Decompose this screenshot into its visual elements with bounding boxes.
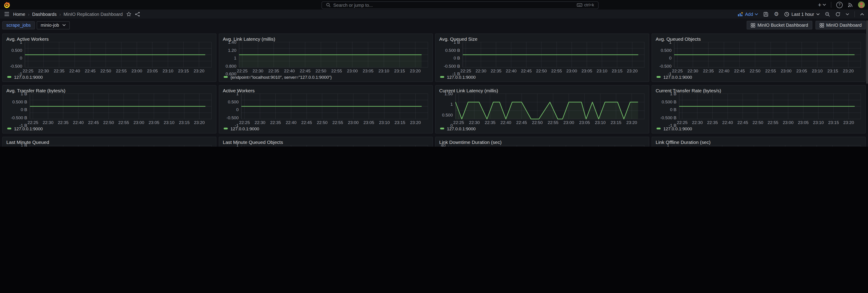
time-series-chart [679, 94, 861, 119]
panel-title[interactable]: Avg. Transfer Rate (bytes/s) [6, 88, 65, 93]
grafana-dashboard: Search or jump to... ctrl+k + ? [0, 0, 868, 146]
chart-plot[interactable]: 22:2522:3022:3522:4022:4522:5022:5523:00… [448, 145, 644, 146]
x-axis-tick: 23:15 [828, 69, 838, 73]
panel-title[interactable]: Last Minute Queued [6, 139, 49, 144]
panel-title[interactable]: Last Minute Queued Objects [223, 139, 283, 144]
grafana-logo[interactable] [3, 1, 10, 8]
panel-body: 1 B0.500 B0 B-0.500 B-1 B 22:2522:3022:3… [439, 42, 644, 74]
y-axis-tick: 1.20 [228, 48, 236, 52]
x-axis-tick: 22:40 [69, 69, 80, 73]
scrollbar[interactable] [866, 19, 868, 146]
minio-bucket-dashboard-link[interactable]: MinIO Bucket Dashboard [747, 21, 812, 29]
chart-plot[interactable]: 22:2522:3022:3522:4022:4522:5022:5523:00… [241, 145, 428, 146]
panel-title[interactable]: Avg. Queued Objects [656, 36, 701, 41]
y-axis-tick: 1 [20, 40, 22, 44]
help-icon[interactable]: ? [836, 2, 843, 8]
add-panel-button[interactable]: Add [738, 11, 758, 17]
chart-plot[interactable]: 22:2522:3022:3522:4022:4522:5022:5523:00… [456, 94, 644, 125]
x-axis-tick: 22:25 [672, 69, 683, 73]
x-axis-tick: 22:35 [707, 120, 718, 125]
panel-title[interactable]: Link Offline Duration (sec) [656, 139, 710, 144]
x-axis-tick: 22:55 [765, 69, 776, 73]
legend: 127.0.0.1:9000 [6, 74, 212, 80]
chart-plot[interactable]: 22:2522:3022:3522:4022:4522:5022:5523:00… [241, 94, 428, 125]
x-axis-tick: 23:15 [178, 69, 189, 73]
legend-series-label[interactable]: 127.0.0.1:9000 [447, 74, 476, 79]
minio-dashboard-link[interactable]: MinIO Dashboard [815, 21, 866, 29]
legend: {endpoint="localhost:9010", server="127.… [223, 74, 428, 80]
legend: 127.0.0.1:9000 [223, 125, 428, 132]
x-axis-tick: 22:35 [485, 120, 496, 125]
panel-title[interactable]: Link Downtime Duration (sec) [439, 139, 501, 144]
time-series-chart [672, 145, 861, 146]
chart-plot[interactable]: 22:2522:3022:3522:4022:4522:5022:5523:00… [463, 42, 644, 74]
panel-body: 1 B0.500 B0 B-0.500 B-1 B 22:2522:3022:3… [6, 145, 212, 146]
panel-body: 4035302520 22:2522:3022:3522:4022:4522:5… [439, 145, 644, 146]
chart-plot[interactable]: 22:2522:3022:3522:4022:4522:5022:5523:00… [30, 94, 212, 125]
time-series-chart [241, 145, 428, 146]
plus-icon: + [818, 2, 822, 8]
panel-header: Link Offline Duration (sec) [656, 138, 861, 145]
search-input[interactable]: Search or jump to... ctrl+k [321, 1, 598, 9]
panel-link-downtime-duration-sec: Link Downtime Duration (sec) 4035302520 … [435, 137, 649, 146]
news-icon[interactable] [848, 2, 853, 7]
x-axis-tick: 22:40 [501, 120, 512, 125]
y-axis-tick: 40 [441, 143, 445, 147]
time-range-picker[interactable]: Last 1 hour [784, 11, 819, 17]
y-axis-tick: -0.500 [226, 116, 239, 120]
x-axis-tick: 22:45 [88, 120, 99, 125]
breadcrumb-home[interactable]: Home [13, 11, 25, 17]
time-series-chart [463, 42, 644, 67]
zoom-out-icon[interactable] [825, 11, 830, 17]
panel-header: Last Minute Queued [6, 138, 212, 145]
panel-body: 10.5000-0.500-1 22:2522:3022:3522:4022:4… [656, 42, 861, 74]
save-dashboard-icon[interactable] [764, 11, 768, 17]
mega-menu-toggle-icon[interactable] [4, 12, 9, 16]
chart-plot[interactable]: 22:2522:3022:3522:4022:4522:5022:5523:00… [672, 145, 861, 146]
legend-series-label[interactable]: {endpoint="localhost:9010", server="127.… [230, 74, 332, 79]
chart-plot[interactable]: 22:2522:3022:3522:4022:4522:5022:5523:00… [239, 42, 428, 74]
panel-title[interactable]: Avg. Active Workers [6, 36, 49, 41]
breadcrumb-dashboards[interactable]: Dashboards [32, 11, 57, 17]
refresh-interval-chevron-icon[interactable] [846, 13, 849, 15]
panel-avg-active-workers: Avg. Active Workers 10.5000-0.500-1 22:2… [2, 33, 216, 82]
scrollbar-thumb[interactable] [866, 20, 868, 84]
panel-body: 10.5000-0.500-1 22:2522:3022:3522:4022:4… [223, 145, 428, 146]
y-axis-tick: -1 B [669, 123, 677, 128]
favorite-star-icon[interactable] [126, 12, 131, 16]
panel-body: 1.401.2010.8000.600 22:2522:3022:3522:40… [223, 42, 428, 74]
chart-plot[interactable]: 22:2522:3022:3522:4022:4522:5022:5523:00… [25, 42, 212, 74]
new-menu-button[interactable]: + [818, 2, 826, 8]
x-axis-tick: 22:55 [551, 69, 562, 73]
variable-value-dropdown[interactable]: minio-job [37, 21, 69, 29]
time-series-chart [674, 42, 861, 67]
y-axis-tick: 0 B [670, 107, 677, 112]
chart-plot[interactable]: 22:2522:3022:3522:4022:4522:5022:5523:00… [30, 145, 212, 146]
share-icon[interactable] [135, 11, 140, 17]
legend-series-label[interactable]: 127.0.0.1:9000 [14, 126, 43, 131]
panel-header: Last Minute Queued Objects [223, 138, 428, 145]
panel-title[interactable]: Current Transfer Rate (bytes/s) [656, 88, 721, 93]
x-axis-tick: 23:20 [410, 69, 421, 73]
legend-series-label[interactable]: 127.0.0.1:9000 [663, 126, 692, 131]
collapse-toolbar-icon[interactable] [860, 13, 864, 15]
y-axis: 1 B0.500 B0 B-0.500 B-1 B [656, 94, 679, 125]
y-axis-tick: 1 [236, 92, 239, 96]
y-axis: 1 B0.500 B0 B-0.500 B-1 B [6, 145, 30, 146]
y-axis-tick: 0 [669, 56, 672, 60]
x-axis-tick: 23:15 [179, 120, 190, 125]
panel-title[interactable]: Active Workers [223, 88, 255, 93]
x-axis-tick: 22:55 [548, 120, 559, 125]
chart-plot[interactable]: 22:2522:3022:3522:4022:4522:5022:5523:00… [674, 42, 861, 74]
x-axis-tick: 23:05 [798, 120, 809, 125]
y-axis-tick: 1 B [454, 40, 460, 44]
user-avatar[interactable] [858, 1, 865, 8]
refresh-icon[interactable] [835, 11, 840, 17]
chart-plot[interactable]: 22:2522:3022:3522:4022:4522:5022:5523:00… [679, 94, 861, 125]
x-axis-tick: 23:20 [410, 120, 421, 125]
panel-body: 10.5000-0.500-1 22:2522:3022:3522:4022:4… [223, 94, 428, 125]
x-axis: 22:2522:3022:3522:4022:4522:5022:5523:00… [679, 120, 861, 125]
x-axis-tick: 23:15 [611, 120, 621, 125]
dashboard-settings-icon[interactable]: ⚙ [774, 11, 779, 17]
x-axis-tick: 22:50 [316, 69, 327, 73]
